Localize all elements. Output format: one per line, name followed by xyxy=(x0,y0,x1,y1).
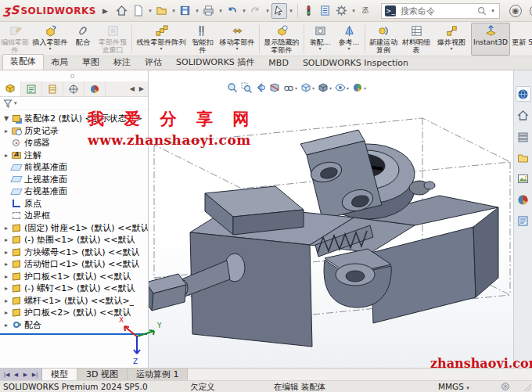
open-file-dropdown[interactable]: ▾ xyxy=(171,8,177,14)
tree-item-component[interactable]: ▸ 护口板<1> (默认) <<默认 xyxy=(0,271,148,283)
dropdown-arrow[interactable]: ▾ xyxy=(318,46,321,51)
tree-item-component[interactable]: ▸ (-) 螺钉<1> (默认) <<默认 xyxy=(0,282,148,295)
appearances-button[interactable] xyxy=(516,192,531,207)
tab-assembly[interactable]: 装配体 xyxy=(2,54,44,70)
expand-arrow-icon[interactable]: ▸ xyxy=(2,261,10,268)
dropdown-arrow[interactable]: ▾ xyxy=(347,85,349,91)
redo-dropdown[interactable]: ▾ xyxy=(264,8,271,14)
xpress-products-button[interactable]: 丞 xyxy=(358,3,373,19)
dropdown-arrow[interactable]: ▾ xyxy=(235,46,238,51)
tree-item-component[interactable]: ▸ (-) 垫圈<1> (默认) <<默认 xyxy=(0,234,148,246)
tags-icon[interactable] xyxy=(501,382,510,392)
previous-view-button[interactable] xyxy=(255,82,266,93)
expand-arrow-icon[interactable]: ▸ xyxy=(2,297,10,304)
print-button[interactable] xyxy=(201,3,217,19)
filter-dropdown[interactable]: ▾ xyxy=(14,100,17,106)
first-tab-button[interactable]: |◀ xyxy=(2,372,11,378)
filter-funnel-icon[interactable] xyxy=(3,99,13,108)
tab-property-manager[interactable] xyxy=(21,81,42,96)
options-dropdown[interactable]: ▾ xyxy=(350,8,357,14)
print-dropdown[interactable]: ▾ xyxy=(217,8,224,14)
save-button[interactable] xyxy=(178,3,193,19)
tree-item-top-plane[interactable]: 上视基准面 xyxy=(0,174,148,186)
file-explorer-button[interactable] xyxy=(516,149,531,165)
ribbon-exploded-view[interactable]: 爆炸视图 ▾ xyxy=(433,23,470,56)
resources-home-button[interactable] xyxy=(516,107,531,123)
undo-button[interactable] xyxy=(225,3,240,19)
view-orientation-button[interactable]: ▾ xyxy=(300,82,315,93)
tree-item-annotations[interactable]: ▸ 注解 xyxy=(0,149,148,162)
dropdown-arrow[interactable]: ▾ xyxy=(49,46,51,51)
file-properties-button[interactable] xyxy=(318,3,333,19)
ribbon-insert-component[interactable]: 插入零部件 ▾ xyxy=(30,23,70,56)
dropdown-arrow[interactable]: ▾ xyxy=(347,46,350,51)
zoom-area-button[interactable] xyxy=(241,82,252,93)
rebuild-button[interactable] xyxy=(301,3,317,19)
dropdown-arrow[interactable]: ▾ xyxy=(295,85,297,91)
tab-display-manager[interactable] xyxy=(84,81,106,96)
tree-item-component[interactable]: ▸ 方块螺母<1> (默认) <<默认 xyxy=(0,246,148,259)
tab-evaluate[interactable]: 评估 xyxy=(138,56,169,70)
panel-handle[interactable] xyxy=(0,70,148,81)
next-tab-button[interactable]: ▶ xyxy=(21,372,30,378)
expand-arrow-icon[interactable]: ▸ xyxy=(2,285,10,292)
search-dropdown[interactable]: ▾ xyxy=(490,8,496,14)
tree-item-front-plane[interactable]: 前视基准面 xyxy=(0,161,148,174)
view-palette-button[interactable] xyxy=(516,171,531,186)
design-library-button[interactable] xyxy=(516,128,531,144)
dropdown-arrow[interactable]: ▾ xyxy=(312,85,315,91)
tab-3d-views[interactable]: 3D 视图 xyxy=(77,369,128,380)
ribbon-instant3d[interactable]: Instant3D xyxy=(471,23,510,56)
ribbon-update-speedpak[interactable]: 更新 Speedpak 子装配体 xyxy=(511,23,532,56)
expand-arrow-icon[interactable]: ▸ xyxy=(2,322,10,329)
options-gear-button[interactable] xyxy=(334,3,350,19)
dropdown-arrow[interactable]: ▾ xyxy=(329,85,332,91)
tab-dimxpert-manager[interactable] xyxy=(63,81,84,96)
tab-sketch[interactable]: 草图 xyxy=(75,56,106,70)
ribbon-linear-pattern[interactable]: 线性零部件阵列 ▾ xyxy=(134,23,189,56)
expand-arrow-icon[interactable]: ▸ xyxy=(2,236,10,243)
dropdown-arrow[interactable]: ▾ xyxy=(450,46,452,51)
tree-root[interactable]: ▼ 装配体2 (默认) <显示状态-1> xyxy=(0,113,148,125)
section-view-button[interactable] xyxy=(269,82,280,93)
dynamic-annotation-button[interactable]: ▾ xyxy=(283,82,297,93)
tree-item-sensors[interactable]: 传感器 xyxy=(0,137,148,149)
prev-tab-button[interactable]: ◀ xyxy=(12,372,20,378)
expand-arrow-icon[interactable]: ▸ xyxy=(2,309,10,316)
select-tool-button[interactable] xyxy=(271,3,287,19)
ribbon-move-component[interactable]: 移动零部件 ▾ xyxy=(217,23,257,56)
login-user-icon[interactable]: ◉ xyxy=(509,5,522,17)
dropdown-arrow[interactable]: ▾ xyxy=(160,46,162,51)
ribbon-smart-fasteners[interactable]: 智能扣件 xyxy=(189,23,216,56)
tree-item-history[interactable]: ▸ 历史记录 xyxy=(0,125,148,138)
tab-sw-addins[interactable]: SOLIDWORKS 插件 xyxy=(169,56,261,70)
expand-arrow-icon[interactable]: ▸ xyxy=(2,273,10,280)
tab-markup[interactable]: 标注 xyxy=(106,56,138,70)
ribbon-new-motion-study[interactable]: 新建运动算例 xyxy=(367,23,400,56)
tab-sw-inspection[interactable]: SOLIDWORKS Inspection xyxy=(296,57,415,70)
tree-item-right-plane[interactable]: 右视基准面 xyxy=(0,185,148,198)
vise-assembly-model[interactable] xyxy=(133,113,518,368)
tab-feature-tree[interactable] xyxy=(0,81,21,96)
ribbon-bill-of-materials[interactable]: 材料明细表 ▾ xyxy=(401,23,432,56)
ribbon-reference-geometry[interactable]: 参考... ▾ xyxy=(335,23,363,56)
magnifier-icon[interactable] xyxy=(477,6,487,16)
tree-item-component[interactable]: ▸ (固定) 钳座<1> (默认) <<默认 xyxy=(0,222,148,235)
menu-expand-arrow[interactable]: ▶ xyxy=(102,7,108,15)
tab-motion-study-1[interactable]: 运动算例 1 xyxy=(128,369,189,380)
units-selector[interactable]: MMGS ▾ xyxy=(438,382,469,391)
expand-arrow-icon[interactable]: ▼ xyxy=(2,115,10,122)
expand-arrow-icon[interactable]: ▸ xyxy=(2,128,10,135)
expand-arrow-icon[interactable]: ▸ xyxy=(2,249,10,256)
ribbon-assembly-features[interactable]: 装配... ▾ xyxy=(306,23,334,56)
3dexperience-button[interactable] xyxy=(516,86,531,102)
undo-dropdown[interactable]: ▾ xyxy=(241,8,247,14)
ribbon-mate[interactable]: 配合 xyxy=(71,23,95,56)
last-tab-button[interactable]: ▶| xyxy=(31,372,39,378)
ribbon-show-hidden-components[interactable]: 显示隐藏的零部件 xyxy=(261,23,302,56)
zoom-fit-button[interactable] xyxy=(227,82,238,93)
tab-mbd[interactable]: MBD xyxy=(261,57,296,70)
expand-arrow-icon[interactable]: ▸ xyxy=(2,152,10,159)
tree-item-origin[interactable]: 原点 xyxy=(0,198,148,210)
redo-button[interactable] xyxy=(248,3,264,19)
